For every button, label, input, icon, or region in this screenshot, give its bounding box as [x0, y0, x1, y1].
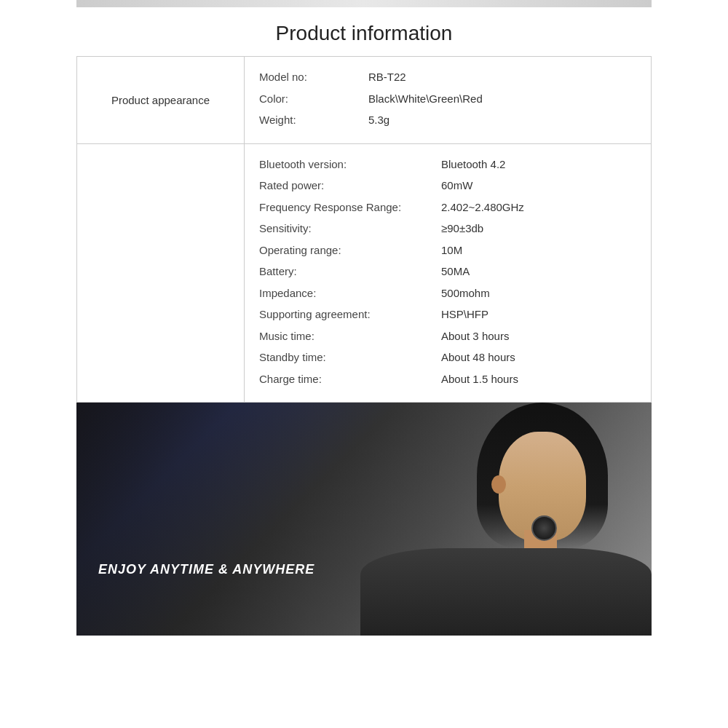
top-banner [76, 0, 652, 7]
spec-row: Charge time:About 1.5 hours [259, 370, 636, 389]
page-title: Product information [76, 7, 652, 56]
appearance-details: Model no:RB-T22Color:Black\White\Green\R… [245, 57, 652, 144]
spec-row: Color:Black\White\Green\Red [259, 90, 636, 108]
spec-field-name: Color: [259, 90, 347, 108]
spec-row: Supporting agreement:HSP\HFP [259, 305, 636, 324]
spec-row: Model no:RB-T22 [259, 68, 636, 87]
spec-field-name: Music time: [259, 327, 427, 346]
banner-text: ENJOY ANYTIME & ANYWHERE [98, 562, 314, 577]
spec-field-name: Weight: [259, 111, 347, 130]
appearance-fields: Model no:RB-T22Color:Black\White\Green\R… [259, 68, 636, 130]
spec-row: Operating range:10M [259, 241, 636, 260]
table-row: Product appearance Model no:RB-T22Color:… [77, 57, 652, 144]
page-wrapper: Product information Product appearance M… [0, 0, 728, 728]
spec-field-value: 2.402~2.480GHz [441, 198, 524, 217]
spec-field-name: Impedance: [259, 284, 427, 303]
spec-field-name: Bluetooth version: [259, 155, 427, 174]
person-area [288, 403, 652, 636]
specs-label-empty [77, 143, 245, 403]
product-info-section: Product information Product appearance M… [76, 7, 652, 403]
spec-field-value: HSP\HFP [441, 305, 488, 324]
spec-field-name: Charge time: [259, 370, 427, 389]
spec-field-value: 10M [441, 241, 462, 260]
spec-row: Battery:50MA [259, 262, 636, 281]
spec-field-value: ≥90±3db [441, 219, 483, 238]
spec-field-name: Sensitivity: [259, 219, 427, 238]
earphone [531, 515, 557, 541]
specs-details: Bluetooth version:Bluetooth 4.2Rated pow… [245, 143, 652, 403]
table-row-specs: Bluetooth version:Bluetooth 4.2Rated pow… [77, 143, 652, 403]
spec-field-name: Rated power: [259, 176, 427, 195]
spec-field-value: 60mW [441, 176, 472, 195]
spec-row: Bluetooth version:Bluetooth 4.2 [259, 155, 636, 174]
body [360, 548, 652, 636]
spec-field-value: About 48 hours [441, 348, 515, 367]
spec-field-value: 500mohm [441, 284, 490, 303]
spec-field-value: About 3 hours [441, 327, 509, 346]
spec-row: Music time:About 3 hours [259, 327, 636, 346]
specs-fields: Bluetooth version:Bluetooth 4.2Rated pow… [259, 155, 636, 389]
spec-field-value: 5.3g [368, 111, 389, 130]
spec-field-value: 50MA [441, 262, 470, 281]
spec-row: Impedance:500mohm [259, 284, 636, 303]
spec-field-value: About 1.5 hours [441, 370, 518, 389]
spec-field-name: Model no: [259, 68, 347, 87]
spec-row: Weight:5.3g [259, 111, 636, 130]
spec-field-value: Black\White\Green\Red [368, 90, 483, 108]
appearance-label: Product appearance [77, 57, 245, 144]
spec-field-value: RB-T22 [368, 68, 406, 87]
spec-row: Rated power:60mW [259, 176, 636, 195]
info-table: Product appearance Model no:RB-T22Color:… [76, 56, 652, 403]
spec-row: Sensitivity:≥90±3db [259, 219, 636, 238]
spec-field-name: Operating range: [259, 241, 427, 260]
spec-field-name: Standby time: [259, 348, 427, 367]
spec-row: Frequency Response Range:2.402~2.480GHz [259, 198, 636, 217]
spec-field-name: Battery: [259, 262, 427, 281]
ear [491, 475, 506, 494]
spec-field-value: Bluetooth 4.2 [441, 155, 505, 174]
bottom-banner: ENJOY ANYTIME & ANYWHERE [76, 403, 652, 636]
spec-field-name: Frequency Response Range: [259, 198, 427, 217]
spec-row: Standby time:About 48 hours [259, 348, 636, 367]
spec-field-name: Supporting agreement: [259, 305, 427, 324]
